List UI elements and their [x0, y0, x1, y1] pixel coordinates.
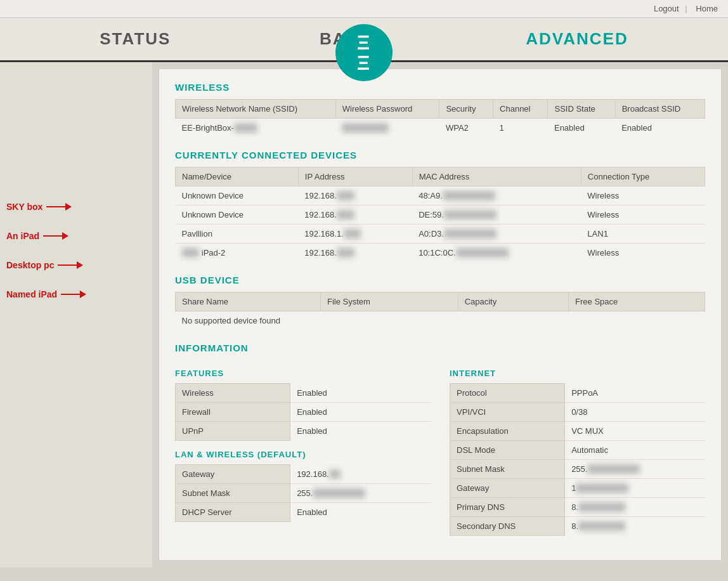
desktop-pc-label: Desktop pc: [6, 260, 54, 270]
device-row-2: Unknown Device 192.168.███ DE:59.███████…: [176, 206, 705, 225]
information-section-title: INFORMATION: [175, 343, 705, 353]
arrow-line-3: [58, 264, 77, 266]
internet-row-vpi: VPI/VCI 0/38: [450, 403, 706, 422]
arrow-line-4: [61, 294, 80, 295]
home-link[interactable]: Home: [696, 4, 718, 13]
internet-label-gateway: Gateway: [450, 479, 565, 498]
internet-value-subnet: 255.█████████: [565, 460, 705, 479]
wireless-section-title: WIRELESS: [175, 82, 705, 93]
wireless-col-broadcast: Broadcast SSID: [615, 100, 705, 119]
internet-label-dsl: DSL Mode: [450, 441, 565, 460]
lan-value-subnet: 255.█████████: [290, 484, 431, 503]
internet-row-gateway: Gateway 1█████████: [450, 479, 706, 498]
top-navigation: Logout | Home: [0, 0, 728, 18]
lan-row-dhcp: DHCP Server Enabled: [176, 503, 431, 522]
internet-value-dns2: 8.████████: [565, 517, 705, 536]
device-name-1: Unknown Device: [176, 186, 299, 206]
arrow-line-2: [43, 235, 62, 237]
feature-value-upnp: Enabled: [290, 422, 431, 441]
device-name-4: ███ iPad-2: [176, 244, 299, 263]
device-row-1: Unknown Device 192.168.███ 48:A9.███████…: [176, 186, 705, 206]
internet-label-dns2: Secondary DNS: [450, 517, 565, 536]
ip-blurred-2: ███: [337, 210, 354, 219]
feature-label-firewall: Firewall: [176, 403, 290, 422]
device-conn-1: Wireless: [581, 186, 705, 206]
usb-no-device-cell: No supported device found: [176, 311, 705, 330]
internet-label-protocol: Protocol: [450, 384, 565, 403]
info-left-col: FEATURES Wireless Enabled Firewall Enabl…: [175, 360, 431, 540]
internet-value-dns1: 8.████████: [565, 498, 705, 517]
usb-col-capacity: Capacity: [458, 292, 568, 311]
named-ipad-arrow: [61, 290, 86, 298]
wireless-table: Wireless Network Name (SSID) Wireless Pa…: [175, 99, 705, 137]
internet-row-encap: Encapsulation VC MUX: [450, 422, 706, 441]
mac-blurred-2: █████████: [444, 210, 497, 219]
devices-col-mac: MAC Address: [412, 167, 581, 186]
device-name-3: Pavillion: [176, 225, 299, 244]
usb-no-device-row: No supported device found: [176, 311, 705, 330]
internet-value-dsl: Automatic: [565, 441, 705, 460]
logout-link[interactable]: Logout: [654, 4, 679, 13]
dns2-blurred: ████████: [578, 521, 625, 531]
nav-status[interactable]: STATUS: [100, 29, 171, 49]
lan-wireless-subtitle: LAN & WIRELESS (DEFAULT): [175, 450, 431, 459]
connected-devices-title: CURRENTLY CONNECTED DEVICES: [175, 150, 705, 160]
wireless-security-cell: WPA2: [439, 119, 493, 138]
mac-blurred-4: █████████: [456, 248, 509, 258]
device-ip-4: 192.168.███: [298, 244, 412, 263]
feature-row-upnp: UPnP Enabled: [176, 422, 431, 441]
name-prefix-blurred: ███: [182, 248, 200, 258]
nav-advanced[interactable]: ADVANCED: [526, 29, 628, 49]
device-mac-1: 48:A9.█████████: [412, 186, 581, 206]
wireless-password-cell: ████████: [335, 119, 439, 138]
usb-table: Share Name File System Capacity Free Spa…: [175, 292, 705, 330]
main-content: WIRELESS Wireless Network Name (SSID) Wi…: [159, 69, 722, 561]
wireless-col-ssid: Wireless Network Name (SSID): [176, 100, 336, 119]
internet-table: Protocol PPPoA VPI/VCI 0/38 Encapsulatio…: [450, 383, 705, 536]
connected-devices-table: Name/Device IP Address MAC Address Conne…: [175, 167, 705, 262]
internet-row-dns1: Primary DNS 8.████████: [450, 498, 706, 517]
sky-box-label: SKY box: [6, 202, 42, 212]
devices-col-name: Name/Device: [176, 167, 299, 186]
internet-value-vpi: 0/38: [565, 403, 705, 422]
ssid-blurred: ████: [234, 123, 257, 133]
feature-value-wireless: Enabled: [290, 384, 431, 403]
feature-label-wireless: Wireless: [176, 384, 290, 403]
lan-row-subnet: Subnet Mask 255.█████████: [176, 484, 431, 503]
named-ipad-label: Named iPad: [6, 289, 57, 299]
annotation-named-ipad: Named iPad: [6, 289, 146, 299]
internet-row-subnet: Subnet Mask 255.█████████: [450, 460, 706, 479]
feature-value-firewall: Enabled: [290, 403, 431, 422]
internet-label-encap: Encapsulation: [450, 422, 565, 441]
usb-col-freespace: Free Space: [569, 292, 705, 311]
internet-label-dns1: Primary DNS: [450, 498, 565, 517]
ip-blurred-3: ███: [344, 229, 361, 238]
lan-table: Gateway 192.168.██ Subnet Mask 255.█████…: [175, 464, 431, 522]
lan-label-subnet: Subnet Mask: [176, 484, 290, 503]
usb-col-filesystem: File System: [321, 292, 458, 311]
wireless-broadcast-cell: Enabled: [615, 119, 705, 138]
device-ip-3: 192.168.1.███: [298, 225, 412, 244]
usb-col-sharename: Share Name: [176, 292, 321, 311]
wireless-ssidstate-cell: Enabled: [548, 119, 615, 138]
annotation-sky-box: SKY box: [6, 202, 146, 212]
lan-label-gateway: Gateway: [176, 465, 290, 484]
ee-logo: Ξ Ξ: [335, 24, 393, 81]
features-subtitle: FEATURES: [175, 369, 431, 378]
device-row-4: ███ iPad-2 192.168.███ 10:1C:0C.████████…: [176, 244, 705, 263]
internet-label-vpi: VPI/VCI: [450, 403, 565, 422]
wireless-ssid-cell: EE-BrightBox-████: [176, 119, 336, 138]
device-mac-4: 10:1C:0C.█████████: [412, 244, 581, 263]
device-conn-2: Wireless: [581, 206, 705, 225]
device-ip-1: 192.168.███: [298, 186, 412, 206]
wireless-col-password: Wireless Password: [335, 100, 439, 119]
subnet-blurred: █████████: [313, 488, 365, 498]
inet-subnet-blurred: █████████: [587, 464, 640, 474]
arrow-head-3: [77, 261, 83, 269]
internet-row-protocol: Protocol PPPoA: [450, 384, 706, 403]
ip-blurred-1: ███: [337, 191, 354, 200]
logo-top: Ξ: [357, 32, 372, 53]
devices-col-conn: Connection Type: [581, 167, 705, 186]
internet-label-subnet: Subnet Mask: [450, 460, 565, 479]
wireless-col-security: Security: [439, 100, 493, 119]
